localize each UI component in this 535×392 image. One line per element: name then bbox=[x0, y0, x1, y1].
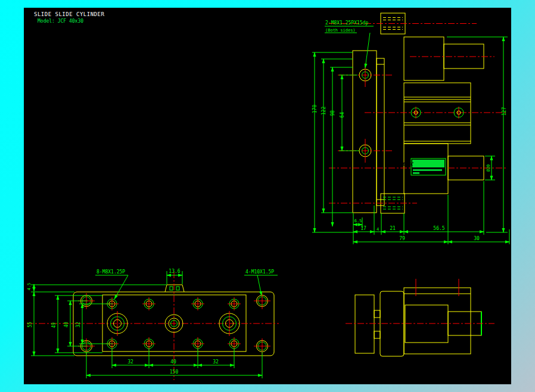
tab-dimension: 13.6 bbox=[167, 269, 182, 284]
plan-left-dimensions: 4.5 55 49 40 32 bbox=[27, 283, 167, 356]
dim-4-5: 4.5 bbox=[27, 283, 32, 291]
thread-callout: 2-M8X1.25PX15dp (Both sides) bbox=[325, 20, 374, 68]
front-right-dimension: 127 bbox=[447, 37, 508, 232]
body-screws bbox=[365, 107, 508, 119]
dim-150: 150 bbox=[170, 369, 179, 375]
dim-98: 98 bbox=[330, 110, 335, 116]
dim-64: 64 bbox=[340, 112, 345, 118]
dim-40b: 40 bbox=[170, 359, 176, 365]
drawing-title: SLIDE SLIDE CYLINDER bbox=[34, 11, 104, 17]
dim-32a: 32 bbox=[127, 359, 133, 365]
thread-note-sub: (Both sides) bbox=[325, 28, 356, 33]
m8-note: 8-M8X1.25P bbox=[97, 269, 125, 275]
title-block: SLIDE SLIDE CYLINDER Model: JCF 40x30 bbox=[34, 11, 104, 24]
m10-note: 4-M10X1.5P bbox=[245, 269, 274, 275]
bottom-rail-block bbox=[329, 194, 417, 213]
dim-4: 4 bbox=[377, 227, 379, 232]
dim-17: 17 bbox=[360, 226, 366, 231]
brand-nameplate: CHELIC bbox=[329, 158, 508, 175]
dim-rod-dia: Ø20 bbox=[486, 164, 491, 172]
side-plate bbox=[355, 295, 374, 353]
front-view: CHELIC 2-M8X1.25PX15dp (Both sides) bbox=[312, 13, 509, 244]
dim-30: 30 bbox=[474, 236, 480, 241]
dim-6-5: 6.5 bbox=[354, 219, 362, 223]
side-view bbox=[346, 279, 494, 356]
dim-40v: 40 bbox=[64, 322, 69, 328]
dim-170: 170 bbox=[312, 105, 318, 114]
drawing-svg: SLIDE SLIDE CYLINDER Model: JCF 40x30 bbox=[0, 0, 535, 392]
dim-21: 21 bbox=[390, 226, 396, 231]
brand-logo-band bbox=[412, 160, 444, 167]
thread-note: 2-M8X1.25PX15dp bbox=[325, 20, 368, 26]
dim-56-5: 56.5 bbox=[433, 226, 444, 231]
dim-122: 122 bbox=[321, 107, 326, 116]
dim-55: 55 bbox=[27, 322, 33, 328]
dim-32v: 32 bbox=[76, 322, 81, 328]
brand-logo-text: CHELIC bbox=[397, 161, 414, 167]
dim-32b: 32 bbox=[213, 359, 219, 365]
side-body bbox=[404, 288, 471, 354]
drawing-model: Model: JCF 40x30 bbox=[38, 18, 83, 24]
dim-79: 79 bbox=[399, 236, 405, 241]
plan-view: 8-M8X1.25P 4-M10X1.5P 13.6 bbox=[27, 269, 279, 380]
cad-viewport: SLIDE SLIDE CYLINDER Model: JCF 40x30 bbox=[0, 0, 535, 392]
dim-127: 127 bbox=[502, 107, 507, 116]
dim-13-6: 13.6 bbox=[169, 269, 180, 274]
dim-49: 49 bbox=[51, 322, 57, 328]
